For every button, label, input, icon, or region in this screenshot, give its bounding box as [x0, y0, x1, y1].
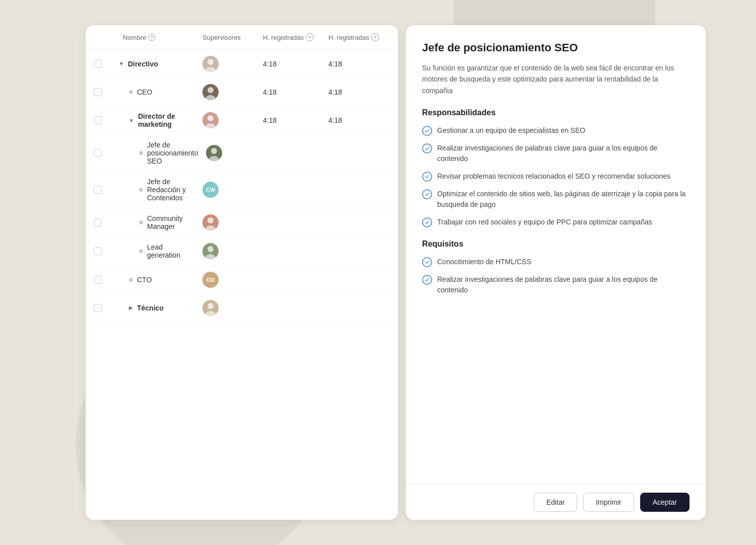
check-icon — [422, 257, 432, 267]
hours-cell — [324, 276, 390, 284]
name-info-icon[interactable]: ? — [148, 34, 155, 41]
table-row[interactable]: Jefe de posicionamiento SEO — [86, 135, 398, 172]
svg-point-13 — [208, 217, 214, 223]
check-icon — [422, 275, 432, 285]
row-label: CTO — [137, 276, 152, 284]
responsibility-text: Trabajar con red sociales y equipo de PP… — [437, 217, 652, 227]
svg-point-10 — [211, 148, 217, 154]
row-checkbox[interactable] — [94, 276, 102, 284]
hours-cell — [324, 186, 390, 194]
requirement-text: Realizar investigaciones de palabras cla… — [437, 274, 690, 295]
row-checkbox[interactable] — [94, 247, 102, 255]
row-checkbox[interactable] — [94, 218, 102, 226]
row-label: Lead generation — [147, 243, 194, 259]
table-row[interactable]: Jefe de Redacción y ContenidosCW — [86, 172, 398, 208]
hours-cell — [259, 276, 324, 284]
requirements-title: Requisitos — [422, 240, 690, 249]
table-row[interactable]: CTOOD — [86, 266, 398, 294]
svg-point-19 — [208, 303, 214, 309]
row-checkbox[interactable] — [94, 149, 102, 157]
expand-icon[interactable]: ▼ — [119, 61, 124, 66]
row-checkbox[interactable] — [94, 186, 102, 194]
row-label: Jefe de Redacción y Contenidos — [147, 178, 194, 202]
status-dot — [129, 278, 133, 282]
hours-cell — [324, 247, 390, 255]
header-supervisors: Supervisores — [198, 25, 259, 49]
table-panel: Nombre ? Supervisores H. registradas + H… — [86, 25, 398, 520]
detail-panel: Jefe de posicionamiento SEO Su función e… — [406, 25, 706, 520]
table-row[interactable]: Lead generation — [86, 237, 398, 266]
hours-cell — [259, 247, 324, 255]
avatar: OD — [202, 272, 219, 288]
table-row[interactable]: CEO 4:184:18 — [86, 78, 398, 106]
row-label: CEO — [137, 88, 152, 96]
edit-button[interactable]: Editar — [534, 493, 578, 512]
avatar — [202, 112, 219, 128]
row-checkbox[interactable] — [94, 60, 102, 68]
expand-icon[interactable]: ▼ — [129, 118, 134, 123]
responsibility-item: Revisar problemas tecnicos relacionados … — [422, 171, 690, 182]
detail-content: Jefe de posicionamiento SEO Su función e… — [406, 25, 706, 484]
table-row[interactable]: ▼Director de marketing 4:184:18 — [86, 106, 398, 135]
requirement-text: Conocitimiento de HTML/CSS — [437, 257, 531, 267]
avatar — [202, 243, 219, 259]
responsibility-text: Revisar problemas tecnicos relacionados … — [437, 171, 670, 182]
header-checkbox-col — [94, 25, 119, 49]
accept-button[interactable]: Aceptar — [640, 493, 690, 512]
detail-footer: Editar Imprimir Aceptar — [406, 484, 706, 520]
print-button[interactable]: Imprimir — [583, 493, 634, 512]
row-checkbox[interactable] — [94, 304, 102, 312]
row-label: Community Manager — [147, 214, 194, 230]
hours-cell — [324, 218, 390, 226]
status-dot — [139, 220, 143, 224]
hours-cell: 4:18 — [324, 56, 390, 72]
requirements-list: Conocitimiento de HTML/CSS Realizar inve… — [422, 257, 690, 295]
avatar — [202, 84, 219, 100]
hours-cell: 4:18 — [324, 112, 390, 128]
avatar — [206, 145, 222, 161]
status-dot — [129, 90, 133, 94]
responsibility-text: Gestionar a un equipo de especialistas e… — [437, 125, 585, 136]
main-container: Nombre ? Supervisores H. registradas + H… — [86, 25, 706, 520]
avatar — [202, 56, 219, 72]
header-h2-label: H. registradas — [328, 34, 369, 41]
avatar — [202, 300, 219, 316]
row-checkbox[interactable] — [94, 116, 102, 124]
h2-plus-icon[interactable]: + — [371, 33, 379, 41]
avatar — [202, 214, 219, 230]
detail-title: Jefe de posicionamiento SEO — [422, 41, 690, 54]
hours-cell: 4:18 — [259, 56, 324, 72]
status-dot — [139, 249, 143, 253]
svg-point-4 — [208, 87, 214, 93]
row-checkbox[interactable] — [94, 88, 102, 96]
hours-cell — [259, 218, 324, 226]
responsibilities-title: Responsabilidades — [422, 108, 690, 117]
table-row[interactable]: Community Manager — [86, 208, 398, 237]
table-row[interactable]: ▼Directivo 4:184:18 — [86, 50, 398, 78]
h1-plus-icon[interactable]: + — [306, 33, 314, 41]
detail-description: Su función es garantizar que el contenid… — [422, 62, 690, 96]
row-label: Jefe de posicionamiento SEO — [147, 141, 198, 165]
row-label: Director de marketing — [138, 112, 194, 128]
header-h1-label: H. registradas — [263, 34, 304, 41]
table-row[interactable]: ▶Técnico — [86, 294, 398, 322]
table-header: Nombre ? Supervisores H. registradas + H… — [86, 25, 398, 50]
svg-point-7 — [208, 115, 214, 121]
expand-icon[interactable]: ▶ — [129, 305, 133, 310]
responsibility-item: Realizar investigaciones de palabras cla… — [422, 143, 690, 164]
row-label: Técnico — [137, 304, 164, 312]
check-icon — [422, 189, 432, 199]
header-name: Nombre ? — [119, 25, 198, 49]
hours-cell — [259, 186, 324, 194]
responsibility-item: Trabajar con red sociales y equipo de PP… — [422, 217, 690, 227]
hours-cell — [259, 304, 324, 312]
hours-cell: 4:18 — [259, 84, 324, 100]
hours-cell: 4:18 — [324, 84, 390, 100]
requirement-item: Realizar investigaciones de palabras cla… — [422, 274, 690, 295]
responsibilities-list: Gestionar a un equipo de especialistas e… — [422, 125, 690, 227]
hours-cell — [328, 149, 393, 157]
requirement-item: Conocitimiento de HTML/CSS — [422, 257, 690, 267]
check-icon — [422, 172, 432, 182]
header-supervisors-label: Supervisores — [202, 34, 241, 41]
hours-cell — [324, 304, 390, 312]
